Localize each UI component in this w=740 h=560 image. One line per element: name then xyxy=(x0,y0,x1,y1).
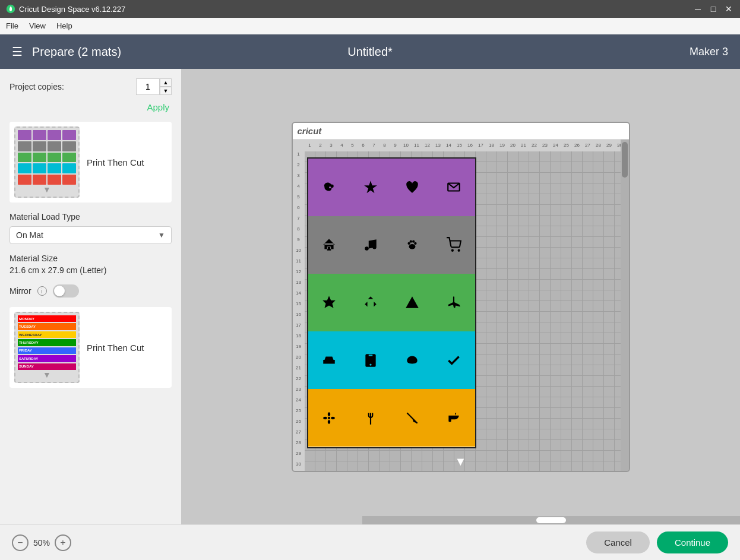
svg-point-1 xyxy=(327,186,328,188)
svg-point-13 xyxy=(327,412,330,416)
svg-point-9 xyxy=(458,250,460,251)
zoom-value: 50% xyxy=(33,538,50,548)
project-copies-label: Project copies: xyxy=(10,82,64,91)
bottom-bar: − 50% + Cancel Continue xyxy=(0,524,740,560)
title-bar: Cricut Design Space v6.12.227 ─ □ ✕ xyxy=(0,0,740,18)
main-content: Project copies: ▲ ▼ Apply xyxy=(0,69,740,524)
icon-grid xyxy=(308,159,475,447)
close-button[interactable]: ✕ xyxy=(723,4,734,14)
apply-button[interactable]: Apply xyxy=(147,102,169,112)
copies-input[interactable] xyxy=(136,78,160,95)
page-title: Prepare (2 mats) xyxy=(32,45,121,59)
icon-cell-dog xyxy=(308,159,350,216)
material-size-label: Material Size xyxy=(10,254,172,263)
menu-view[interactable]: View xyxy=(29,21,46,30)
maximize-button[interactable]: □ xyxy=(708,4,719,14)
app-title: Cricut Design Space v6.12.227 xyxy=(19,5,125,14)
mirror-label: Mirror xyxy=(10,286,31,296)
icon-cell-cart xyxy=(433,216,475,274)
copies-increment-button[interactable]: ▲ xyxy=(160,78,172,87)
minimize-button[interactable]: ─ xyxy=(692,4,703,14)
mat2-label: Print Then Cut xyxy=(87,343,144,353)
icon-cell-cat xyxy=(391,331,433,389)
ruler-left: 1 2 3 4 5 6 7 8 9 10 11 12 13 14 15 16 1 xyxy=(293,140,305,471)
svg-point-4 xyxy=(408,242,410,245)
cricut-logo-icon xyxy=(6,4,15,14)
mat-card-1[interactable]: ▼ Print Then Cut xyxy=(10,122,172,203)
svg-marker-10 xyxy=(322,296,336,309)
svg-point-16 xyxy=(331,417,335,419)
material-load-type-dropdown[interactable]: On Mat ▼ xyxy=(10,226,172,244)
icon-cell-star xyxy=(308,274,350,331)
menu-help[interactable]: Help xyxy=(56,21,72,30)
title-bar-controls: ─ □ ✕ xyxy=(692,4,734,14)
icon-cell-plane xyxy=(433,274,475,331)
menu-file[interactable]: File xyxy=(6,21,18,30)
print-area xyxy=(307,157,476,448)
mat-thumb-arrow-2: ▼ xyxy=(43,370,51,379)
mat-visual: cricut 1 2 3 4 5 6 7 8 9 10 11 12 xyxy=(292,122,630,472)
document-title: Untitled* xyxy=(347,45,393,59)
horizontal-scrollbar[interactable] xyxy=(362,516,740,524)
zoom-out-button[interactable]: − xyxy=(12,534,29,551)
icon-cell-phone xyxy=(350,331,391,389)
svg-point-14 xyxy=(327,420,330,424)
vertical-scrollbar[interactable] xyxy=(621,140,629,471)
icon-cell-star4 xyxy=(350,159,391,216)
copies-spinners: ▲ ▼ xyxy=(160,78,172,95)
mirror-row: Mirror i xyxy=(10,284,172,298)
mirror-info-icon[interactable]: i xyxy=(37,286,47,296)
canvas-area: cricut 1 2 3 4 5 6 7 8 9 10 11 12 xyxy=(181,69,740,524)
icon-cell-music xyxy=(350,216,391,274)
icon-cell-check xyxy=(433,331,475,389)
project-copies-row: Project copies: ▲ ▼ xyxy=(10,78,172,95)
hamburger-menu-icon[interactable]: ☰ xyxy=(12,45,23,59)
icon-cell-triangle xyxy=(391,274,433,331)
icon-cell-envelope xyxy=(433,159,475,216)
mat-thumb-2: MONDAY TUESDAY WEDNESDAY THURSDAY FRIDAY… xyxy=(14,312,80,383)
mat-thumb-arrow-1: ▼ xyxy=(43,185,51,194)
mirror-toggle[interactable] xyxy=(53,284,79,298)
machine-label: Maker 3 xyxy=(690,46,728,58)
zoom-in-button[interactable]: + xyxy=(55,534,71,551)
svg-point-8 xyxy=(452,250,453,251)
dropdown-arrow-icon: ▼ xyxy=(158,231,165,239)
cricut-logo-text: cricut xyxy=(298,126,322,136)
icon-cell-car xyxy=(308,331,350,389)
continue-button[interactable]: Continue xyxy=(657,531,728,553)
copies-input-wrap: ▲ ▼ xyxy=(136,78,172,95)
mat-body: 1 2 3 4 5 6 7 8 9 10 11 12 13 14 15 16 1 xyxy=(293,140,629,471)
title-bar-left: Cricut Design Space v6.12.227 xyxy=(6,4,125,14)
svg-point-6 xyxy=(410,241,412,243)
copies-decrement-button[interactable]: ▼ xyxy=(160,87,172,95)
icon-cell-flower xyxy=(308,389,350,447)
icon-cell-watering xyxy=(433,389,475,447)
icon-cell-recycle xyxy=(350,274,391,331)
icon-cell-heart xyxy=(391,159,433,216)
menu-bar: File View Help xyxy=(0,18,740,34)
mat-card-2[interactable]: MONDAY TUESDAY WEDNESDAY THURSDAY FRIDAY… xyxy=(10,307,172,388)
mat-main: 1 2 3 4 5 6 7 8 9 10 11 12 13 14 xyxy=(305,140,629,471)
icon-cell-broom xyxy=(391,389,433,447)
toggle-knob xyxy=(54,286,65,296)
icon-cell-paw xyxy=(391,216,433,274)
cancel-button[interactable]: Cancel xyxy=(586,531,650,553)
svg-point-3 xyxy=(409,244,416,249)
mat-header-bar: cricut xyxy=(293,123,629,140)
material-size-value: 21.6 cm x 27.9 cm (Letter) xyxy=(10,265,172,275)
mat1-label: Print Then Cut xyxy=(87,157,144,167)
bottom-buttons: Cancel Continue xyxy=(586,531,728,553)
mat-scroll-down-icon[interactable]: ▼ xyxy=(455,455,467,469)
material-dropdown-value: On Mat xyxy=(16,230,43,240)
mat-cells-area xyxy=(305,151,629,471)
svg-point-12 xyxy=(327,417,330,419)
svg-point-5 xyxy=(414,242,416,245)
ruler-top: 1 2 3 4 5 6 7 8 9 10 11 12 13 14 xyxy=(305,140,629,151)
icon-cell-house xyxy=(308,216,350,274)
scroll-thumb-horizontal xyxy=(536,517,566,523)
left-panel: Project copies: ▲ ▼ Apply xyxy=(0,69,181,524)
zoom-controls: − 50% + xyxy=(12,534,71,551)
scroll-thumb-vertical xyxy=(622,142,628,178)
svg-point-7 xyxy=(412,241,415,243)
mat-thumb-1: ▼ xyxy=(14,126,80,198)
